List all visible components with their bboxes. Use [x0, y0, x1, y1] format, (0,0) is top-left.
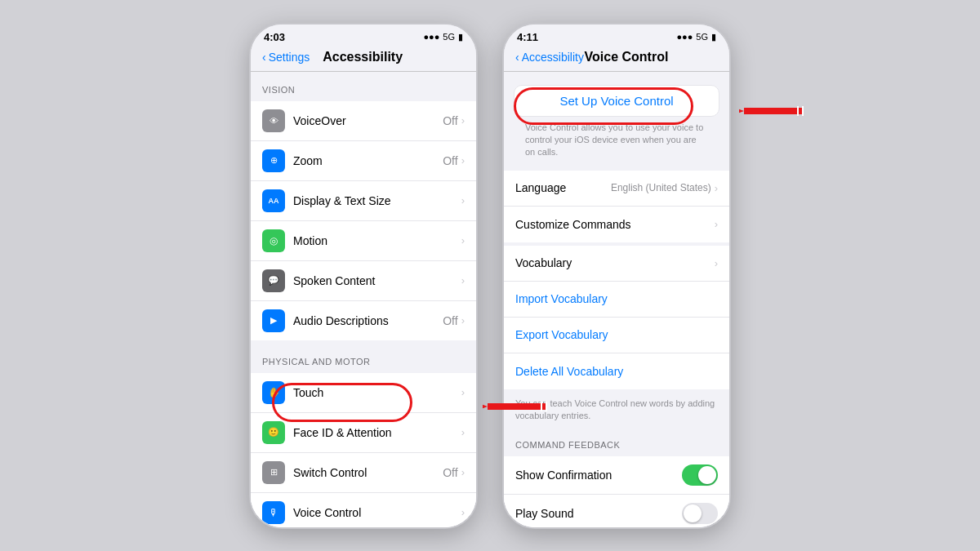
list-item-faceid[interactable]: 🙂 Face ID & Attention ›: [251, 413, 476, 453]
list-item-motion[interactable]: ◎ Motion ›: [251, 221, 476, 261]
touch-icon: ✋: [262, 381, 285, 404]
language-label: Language: [515, 181, 611, 194]
left-phone-wrapper: 4:03 ●●● 5G ▮ ‹ Settings Accessibility V…: [249, 23, 478, 529]
faceid-chevron: ›: [461, 426, 465, 438]
touch-chevron: ›: [461, 386, 465, 398]
voice-control-description: Voice Control allows you to use your voi…: [514, 117, 719, 167]
battery-icon: ▮: [458, 32, 463, 42]
export-vocab-label: Export Vocabulary: [515, 328, 718, 341]
list-item-play-sound[interactable]: Play Sound: [504, 495, 729, 527]
list-item-language[interactable]: Language English (United States) ›: [504, 171, 729, 207]
right-back-label: Accessibility: [522, 51, 584, 64]
display-label: Display & Text Size: [293, 194, 461, 207]
left-scroll-content: VISION 👁 VoiceOver Off › ⊕ Zoom Off › AA…: [251, 72, 476, 527]
zoom-label: Zoom: [293, 154, 443, 167]
list-item-delete-vocab[interactable]: Delete All Vocabulary: [504, 353, 729, 389]
toggle-thumb-sound: [684, 504, 702, 522]
right-phone: 4:11 ●●● 5G ▮ ‹ Accessibility Voice Cont…: [502, 23, 731, 529]
list-item-import-vocab[interactable]: Import Vocabulary: [504, 282, 729, 318]
right-status-time: 4:11: [517, 31, 538, 43]
spoken-label: Spoken Content: [293, 274, 461, 287]
right-scroll-content: Set Up Voice Control Voice Control allow…: [504, 72, 729, 527]
right-battery-icon: ▮: [711, 32, 716, 42]
faceid-label: Face ID & Attention: [293, 426, 461, 439]
motion-label: Motion: [293, 234, 461, 247]
left-nav-back[interactable]: ‹ Settings: [262, 51, 310, 64]
display-chevron: ›: [461, 194, 465, 207]
list-item-switch[interactable]: ⊞ Switch Control Off ›: [251, 453, 476, 493]
settings-list-group: Language English (United States) › Custo…: [504, 171, 729, 242]
left-status-icons: ●●● 5G ▮: [423, 32, 463, 42]
setup-button-text: Set Up Voice Control: [559, 94, 673, 108]
display-icon: AA: [262, 189, 285, 212]
vocabulary-label: Vocabulary: [515, 256, 715, 269]
voiceover-value: Off: [443, 114, 457, 127]
list-item-audio[interactable]: ▶ Audio Descriptions Off ›: [251, 301, 476, 340]
vision-list-group: 👁 VoiceOver Off › ⊕ Zoom Off › AA Displa…: [251, 101, 476, 340]
toggles-list-group: Show Confirmation Play Sound Show Hints: [504, 456, 729, 527]
play-sound-toggle[interactable]: [682, 503, 718, 524]
vocabulary-chevron: ›: [715, 257, 718, 269]
left-back-label: Settings: [269, 51, 310, 64]
audio-value: Off: [443, 314, 457, 327]
language-chevron: ›: [715, 182, 718, 194]
signal-icon: ●●●: [423, 32, 439, 42]
zoom-icon: ⊕: [262, 149, 285, 172]
list-item-touch[interactable]: ✋ Touch ›: [251, 373, 476, 413]
voice-control-icon: 🎙: [262, 501, 285, 524]
list-item-zoom[interactable]: ⊕ Zoom Off ›: [251, 141, 476, 181]
left-status-bar: 4:03 ●●● 5G ▮: [251, 24, 476, 47]
list-item-export-vocab[interactable]: Export Vocabulary: [504, 318, 729, 353]
list-item-voiceover[interactable]: 👁 VoiceOver Off ›: [251, 101, 476, 141]
voiceover-icon: 👁: [262, 109, 285, 132]
right-back-chevron-icon: ‹: [515, 51, 519, 64]
motion-chevron: ›: [461, 234, 465, 247]
play-sound-label: Play Sound: [515, 507, 682, 520]
list-item-spoken[interactable]: 💬 Spoken Content ›: [251, 261, 476, 301]
voiceover-label: VoiceOver: [293, 114, 443, 127]
customize-label: Customize Commands: [515, 218, 715, 231]
audio-chevron: ›: [461, 314, 465, 327]
zoom-chevron: ›: [461, 154, 465, 167]
import-vocab-label: Import Vocabulary: [515, 292, 718, 305]
faceid-icon: 🙂: [262, 421, 285, 444]
show-confirmation-label: Show Confirmation: [515, 469, 682, 482]
list-item-show-confirmation[interactable]: Show Confirmation: [504, 456, 729, 495]
right-nav-bar: ‹ Accessibility Voice Control: [504, 47, 729, 72]
language-value: English (United States): [611, 182, 711, 193]
setup-button[interactable]: Set Up Voice Control: [514, 85, 719, 117]
spoken-icon: 💬: [262, 269, 285, 292]
switch-value: Off: [443, 466, 457, 479]
voice-control-label: Voice Control: [293, 506, 461, 519]
customize-chevron: ›: [715, 218, 718, 230]
back-chevron-icon: ‹: [262, 51, 266, 64]
list-item-voice-control[interactable]: 🎙 Voice Control ›: [251, 493, 476, 527]
voiceover-chevron: ›: [461, 114, 465, 127]
vision-section-header: VISION: [251, 72, 476, 98]
right-signal-icon: ●●●: [676, 32, 693, 42]
switch-chevron: ›: [461, 466, 465, 478]
network-icon: 5G: [443, 32, 455, 42]
right-nav-back[interactable]: ‹ Accessibility: [515, 51, 584, 64]
touch-label: Touch: [293, 386, 461, 399]
list-item-vocabulary[interactable]: Vocabulary ›: [504, 246, 729, 282]
list-item-display[interactable]: AA Display & Text Size ›: [251, 181, 476, 221]
setup-section: Set Up Voice Control Voice Control allow…: [504, 72, 729, 167]
list-item-customize[interactable]: Customize Commands ›: [504, 207, 729, 242]
left-phone: 4:03 ●●● 5G ▮ ‹ Settings Accessibility V…: [249, 23, 478, 529]
right-nav-title: Voice Control: [585, 50, 669, 64]
switch-label: Switch Control: [293, 466, 443, 479]
left-nav-bar: ‹ Settings Accessibility: [251, 47, 476, 72]
audio-icon: ▶: [262, 309, 285, 332]
motor-list-group: ✋ Touch › 🙂 Face ID & Attention › ⊞ Swit…: [251, 373, 476, 527]
zoom-value: Off: [443, 154, 457, 167]
right-phone-wrapper: 4:11 ●●● 5G ▮ ‹ Accessibility Voice Cont…: [502, 23, 731, 529]
command-feedback-header: COMMAND FEEDBACK: [504, 430, 729, 453]
show-confirmation-toggle[interactable]: [682, 464, 718, 486]
spoken-chevron: ›: [461, 274, 465, 287]
right-status-icons: ●●● 5G ▮: [676, 32, 716, 42]
switch-icon: ⊞: [262, 461, 285, 484]
voice-control-chevron: ›: [461, 506, 465, 518]
right-network-icon: 5G: [696, 32, 708, 42]
left-arrow-annotation: [483, 395, 550, 418]
